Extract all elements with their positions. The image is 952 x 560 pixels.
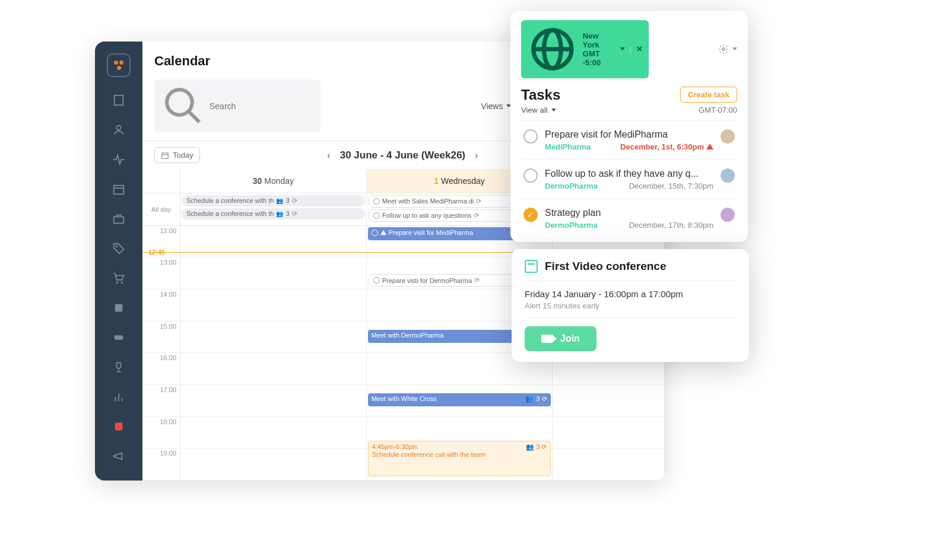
people-icon: 👥 xyxy=(276,198,283,204)
app-logo[interactable] xyxy=(107,53,131,77)
avatar xyxy=(721,208,735,222)
allday-label: All day xyxy=(142,193,180,226)
building-icon[interactable] xyxy=(112,94,125,107)
circle-icon xyxy=(373,277,380,284)
conference-title: First Video conference xyxy=(545,260,667,273)
warning-icon xyxy=(380,230,386,235)
chevron-down-icon xyxy=(732,47,737,50)
settings-menu[interactable] xyxy=(718,44,737,55)
svg-rect-19 xyxy=(115,423,123,431)
ticket-icon[interactable] xyxy=(112,331,125,344)
svg-rect-13 xyxy=(115,335,123,339)
search-box[interactable] xyxy=(154,79,320,132)
svg-point-9 xyxy=(116,246,117,247)
svg-rect-12 xyxy=(115,304,123,312)
today-button[interactable]: Today xyxy=(154,147,200,163)
circle-icon xyxy=(373,198,380,205)
people-icon: 👥 xyxy=(525,395,534,403)
tag-icon[interactable] xyxy=(112,242,125,255)
activity-icon[interactable] xyxy=(112,153,125,166)
conference-time: Friday 14 January - 16:00pm a 17:00pm xyxy=(525,289,736,299)
views-filter[interactable]: Views xyxy=(481,101,511,111)
briefcase-icon[interactable] xyxy=(112,212,125,225)
globe-icon xyxy=(527,24,578,75)
refresh-icon: ⟳ xyxy=(542,395,547,403)
avatar xyxy=(721,129,735,144)
view-all-filter[interactable]: View all xyxy=(521,106,556,114)
user-icon[interactable] xyxy=(112,123,125,136)
svg-rect-22 xyxy=(162,152,169,158)
join-button[interactable]: Join xyxy=(525,326,596,351)
tasks-panel: New York GMT -5:00 | ✕ Tasks Create task… xyxy=(510,11,748,242)
local-timezone: GMT-07:00 xyxy=(699,106,737,114)
conference-alert: Alert 15 minutes early xyxy=(525,301,736,318)
date-range: ‹ 30 June - 4 June (Week26) › xyxy=(327,149,478,161)
chevron-down-icon xyxy=(620,47,625,50)
camera-icon xyxy=(541,335,553,343)
date-range-label: 30 June - 4 June (Week26) xyxy=(340,149,465,161)
calendar-event[interactable]: Meet with White Cross👥3⟳ xyxy=(368,393,551,406)
svg-point-27 xyxy=(722,48,725,51)
circle-icon xyxy=(373,212,380,219)
calendar-icon xyxy=(525,260,538,273)
search-icon xyxy=(161,84,205,128)
create-task-button[interactable]: Create task xyxy=(680,87,737,103)
refresh-icon: ⟳ xyxy=(474,276,480,284)
svg-point-5 xyxy=(116,126,120,130)
refresh-icon: ⟳ xyxy=(474,212,479,219)
gear-icon xyxy=(718,44,729,55)
task-checkbox-done[interactable]: ✓ xyxy=(523,208,538,222)
chart-icon[interactable] xyxy=(112,390,125,403)
svg-rect-0 xyxy=(115,96,123,106)
sidebar xyxy=(95,42,142,481)
people-icon: 👥 xyxy=(276,211,283,217)
next-week-button[interactable]: › xyxy=(475,150,478,161)
svg-line-21 xyxy=(189,112,199,122)
calendar-small-icon xyxy=(161,151,169,160)
svg-point-11 xyxy=(122,282,123,283)
timezone-chip[interactable]: New York GMT -5:00 | ✕ xyxy=(521,20,649,78)
refresh-icon: ⟳ xyxy=(292,197,297,205)
tasks-title: Tasks xyxy=(521,87,560,103)
search-input[interactable] xyxy=(210,101,313,111)
prev-week-button[interactable]: ‹ xyxy=(327,150,330,161)
svg-rect-8 xyxy=(114,217,124,223)
allday-event[interactable]: Schedule a conference with th👥3⟳ xyxy=(182,195,365,206)
refresh-icon: ⟳ xyxy=(292,210,297,218)
box-icon[interactable] xyxy=(112,301,125,314)
task-item[interactable]: ✓ Strategy plan DermoPharmaDecember, 17t… xyxy=(521,199,737,238)
day-header-monday: 30Monday xyxy=(180,169,366,193)
svg-point-10 xyxy=(116,282,118,283)
time-column: All day 12:00 13:00 14:00 15:00 16:00 17… xyxy=(142,169,180,481)
allday-event[interactable]: Schedule a conference with th👥3⟳ xyxy=(182,208,365,219)
report-icon[interactable] xyxy=(112,420,125,433)
megaphone-icon[interactable] xyxy=(112,450,125,463)
day-column-monday: 30Monday Schedule a conference with th👥3… xyxy=(180,169,367,481)
task-checkbox[interactable] xyxy=(523,129,538,144)
svg-rect-6 xyxy=(114,186,124,195)
task-checkbox[interactable] xyxy=(523,168,538,183)
close-icon[interactable]: ✕ xyxy=(636,44,643,53)
timezone-row: New York GMT -5:00 | ✕ xyxy=(521,20,737,78)
warning-icon xyxy=(706,144,713,149)
avatar xyxy=(721,168,735,183)
cart-icon[interactable] xyxy=(112,272,125,285)
svg-point-20 xyxy=(167,90,192,115)
task-item[interactable]: Prepare visit for MediPharma MediPharmaD… xyxy=(521,120,737,160)
task-item[interactable]: Follow up to ask if they have any q... D… xyxy=(521,160,737,199)
calendar-icon[interactable] xyxy=(112,183,125,196)
refresh-icon: ⟳ xyxy=(476,198,481,205)
allday-monday: Schedule a conference with th👥3⟳ Schedul… xyxy=(180,193,366,226)
trophy-icon[interactable] xyxy=(112,361,125,374)
circle-icon xyxy=(372,230,378,236)
conference-card: First Video conference Friday 14 January… xyxy=(512,249,749,362)
